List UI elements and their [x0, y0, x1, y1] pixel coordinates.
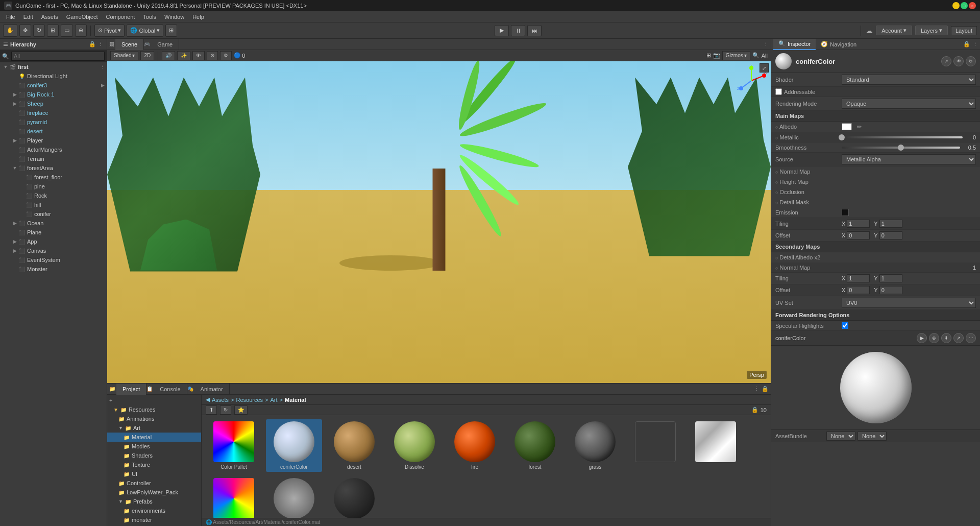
breadcrumb-arrow[interactable]: ◀	[206, 396, 210, 403]
tree-item-rock[interactable]: ⬛ Rock	[0, 191, 107, 200]
play-btn[interactable]: ▶	[495, 25, 509, 36]
close-btn[interactable]: ×	[969, 2, 976, 9]
sec-tiling-x-input[interactable]	[847, 274, 870, 282]
viewport-canvas[interactable]: X Y Z Persp ⤢	[107, 61, 771, 383]
tree-item-hill[interactable]: ⬛ hill	[0, 200, 107, 209]
tree-item-conifer3[interactable]: ⬛ conifer3 ▶	[0, 81, 107, 90]
proj-item-lowpoly[interactable]: 📁 LowPolyWater_Pack	[107, 488, 201, 497]
share-mat-btn[interactable]: ↗	[953, 333, 964, 343]
tree-item-forestfloor[interactable]: ⬛ forest_floor	[0, 173, 107, 182]
material-item-dissolve[interactable]: Dissolve	[386, 419, 443, 472]
albedo-picker-icon[interactable]: ✏	[857, 124, 862, 130]
shading-btn[interactable]: Shaded ▾	[110, 51, 138, 60]
inspector-lock[interactable]: 🔒	[963, 41, 970, 47]
arrow-ocean[interactable]: ▶	[11, 221, 18, 226]
proj-item-shaders[interactable]: 📁 Shaders	[107, 451, 201, 460]
hierarchy-search-input[interactable]	[11, 52, 105, 61]
hierarchy-lock[interactable]: 🔒	[89, 41, 96, 47]
tree-item-canvas[interactable]: ▶ ⬛ Canvas	[0, 246, 107, 255]
emission-swatch[interactable]	[842, 209, 849, 216]
arrow-bigrock[interactable]: ▶	[11, 92, 18, 97]
uv-set-dropdown[interactable]: UV0	[842, 298, 976, 308]
eye-btn[interactable]: 👁	[953, 56, 964, 66]
tree-item-player[interactable]: ▶ ⬛ Player	[0, 136, 107, 145]
maximize-btn[interactable]: □	[961, 2, 968, 9]
scene-vis-btn[interactable]: 👁	[192, 51, 205, 60]
arrow-canvas[interactable]: ▶	[11, 248, 18, 253]
material-item-colorpallet[interactable]: Color Pallet	[206, 419, 262, 472]
metallic-slider-thumb[interactable]	[839, 134, 845, 140]
tree-item-fireplace[interactable]: ⬛ fireplace	[0, 108, 107, 117]
tiling-y-input[interactable]	[879, 220, 902, 228]
arrow-player[interactable]: ▶	[11, 138, 18, 143]
tree-item-first[interactable]: ▼ 🎬 first ⋮	[0, 62, 107, 71]
effects-btn[interactable]: ✨	[177, 51, 190, 60]
proj-item-controller[interactable]: 📁 Controller	[107, 479, 201, 488]
tree-item-sheep[interactable]: ▶ ⬛ Sheep	[0, 99, 107, 108]
tree-item-terrain[interactable]: ⬛ Terrain	[0, 154, 107, 163]
asset-bundle-select2[interactable]: None	[857, 432, 887, 441]
material-item-conifercolor[interactable]: coniferColor	[266, 419, 322, 472]
snap-btn[interactable]: ⊞	[165, 25, 177, 37]
asset-bundle-select[interactable]: None	[826, 432, 855, 441]
tree-item-conifer[interactable]: ⬛ conifer	[0, 209, 107, 219]
proj-item-monster[interactable]: 📁 monster	[107, 515, 201, 524]
tree-more-first[interactable]: ⋮	[100, 64, 105, 69]
sec-offset-y-input[interactable]	[879, 286, 902, 294]
material-item-unknown5[interactable]	[326, 476, 382, 518]
proj-item-animations[interactable]: 📁 Animations	[107, 414, 201, 423]
arrow-app[interactable]: ▶	[11, 239, 18, 244]
tab-game[interactable]: Game	[151, 39, 179, 50]
tree-item-directionallight[interactable]: 💡 Directional Light	[0, 71, 107, 81]
menu-component[interactable]: Component	[102, 13, 139, 21]
global-btn[interactable]: 🌐 Global ▾	[127, 25, 163, 37]
tree-item-app[interactable]: ▶ ⬛ App	[0, 237, 107, 246]
material-item-fire[interactable]: fire	[447, 419, 503, 472]
material-item-unknown2[interactable]	[688, 419, 744, 472]
material-item-forest[interactable]: forest	[507, 419, 563, 472]
audio-btn[interactable]: 🔊	[162, 51, 175, 60]
refresh-btn[interactable]: ↻	[220, 405, 231, 415]
play-mat-btn[interactable]: ▶	[917, 333, 927, 343]
menu-gameobject[interactable]: GameObject	[62, 13, 102, 21]
material-item-grass[interactable]: grass	[567, 419, 623, 472]
menu-file[interactable]: File	[2, 13, 19, 21]
sec-offset-x-input[interactable]	[847, 286, 870, 294]
tree-item-actormangers[interactable]: ⬛ ActorMangers	[0, 145, 107, 154]
layout-btn[interactable]: Layout	[951, 26, 977, 35]
arrow-first[interactable]: ▼	[2, 64, 9, 69]
proj-item-environments[interactable]: 📁 environments	[107, 506, 201, 515]
rendering-mode-dropdown[interactable]: Opaque	[842, 99, 976, 109]
refresh-insp-btn[interactable]: ↻	[966, 56, 976, 66]
hide-btn[interactable]: ⊘	[207, 51, 218, 60]
tab-navigation[interactable]: 🧭 Navigation	[816, 39, 862, 50]
tab-inspector[interactable]: 🔍 Inspector	[773, 39, 816, 50]
shader-dropdown[interactable]: Standard	[842, 75, 976, 85]
dots-mat-btn[interactable]: ⋯	[966, 333, 976, 343]
tree-item-plane[interactable]: ⬛ Plane	[0, 228, 107, 237]
hierarchy-menu[interactable]: ⋮	[98, 41, 104, 47]
download-mat-btn[interactable]: ⬇	[941, 333, 951, 343]
proj-item-material[interactable]: 📁 Material	[107, 433, 201, 442]
hand-tool[interactable]: ✋	[3, 25, 17, 37]
material-item-unknown1[interactable]	[627, 419, 683, 472]
proj-item-ui[interactable]: 📁 UI	[107, 469, 201, 479]
tab-scene[interactable]: Scene	[115, 39, 144, 50]
gizmos-btn[interactable]: Gizmos ▾	[722, 51, 750, 60]
tab-animator[interactable]: Animator	[194, 384, 230, 395]
rect-tool[interactable]: ▭	[61, 25, 73, 37]
open-btn[interactable]: ↗	[941, 56, 951, 66]
project-menu[interactable]: ⋮	[754, 386, 760, 392]
tree-item-ocean[interactable]: ▶ ⬛ Ocean	[0, 219, 107, 228]
pivot-btn[interactable]: ⊙ Pivot ▾	[94, 25, 125, 37]
tree-item-desert[interactable]: ⬛ desert	[0, 127, 107, 136]
offset-y-input[interactable]	[879, 231, 902, 240]
addressable-checkbox[interactable]	[775, 88, 782, 95]
add-folder-btn[interactable]: +	[107, 396, 201, 405]
proj-item-art[interactable]: ▼ 📁 Art	[107, 423, 201, 433]
pause-btn[interactable]: ⏸	[511, 25, 525, 36]
account-btn[interactable]: Account ▾	[876, 26, 912, 35]
breadcrumb-art[interactable]: Art	[270, 397, 277, 403]
move-tool[interactable]: ✥	[19, 25, 31, 37]
menu-tools[interactable]: Tools	[139, 13, 160, 21]
